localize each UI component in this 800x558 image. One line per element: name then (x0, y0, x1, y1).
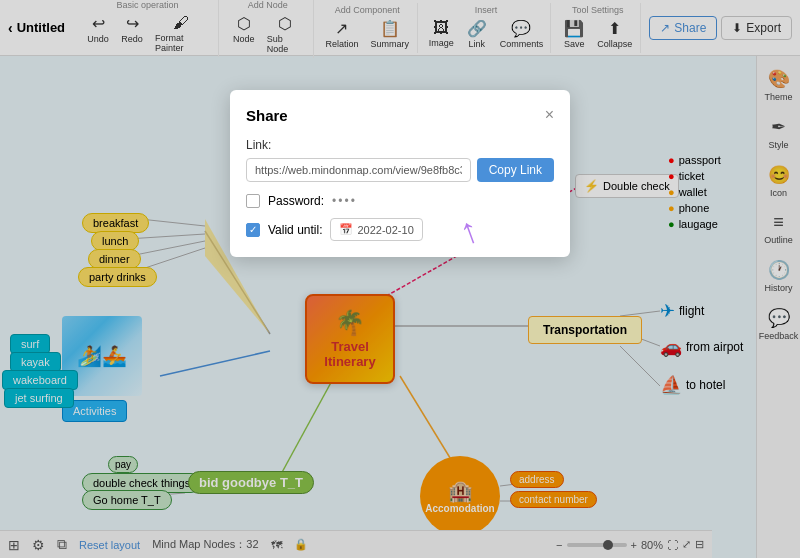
dialog-overlay[interactable]: Share × Link: Copy Link Password: •••• V… (0, 0, 800, 558)
password-value: •••• (332, 194, 357, 208)
dialog-title: Share (246, 107, 288, 124)
link-input[interactable] (246, 158, 471, 182)
date-value: 2022-02-10 (357, 224, 413, 236)
valid-until-row: Valid until: 📅 2022-02-10 (246, 218, 554, 241)
copy-link-button[interactable]: Copy Link (477, 158, 554, 182)
calendar-icon: 📅 (339, 223, 353, 236)
valid-until-label: Valid until: (268, 223, 322, 237)
share-dialog: Share × Link: Copy Link Password: •••• V… (230, 90, 570, 257)
password-row: Password: •••• (246, 194, 554, 208)
password-label: Password: (268, 194, 324, 208)
password-checkbox[interactable] (246, 194, 260, 208)
valid-until-checkbox[interactable] (246, 223, 260, 237)
link-label: Link: (246, 138, 554, 152)
link-row: Copy Link (246, 158, 554, 182)
dialog-header: Share × (246, 106, 554, 124)
date-input[interactable]: 📅 2022-02-10 (330, 218, 422, 241)
dialog-close-button[interactable]: × (545, 106, 554, 124)
